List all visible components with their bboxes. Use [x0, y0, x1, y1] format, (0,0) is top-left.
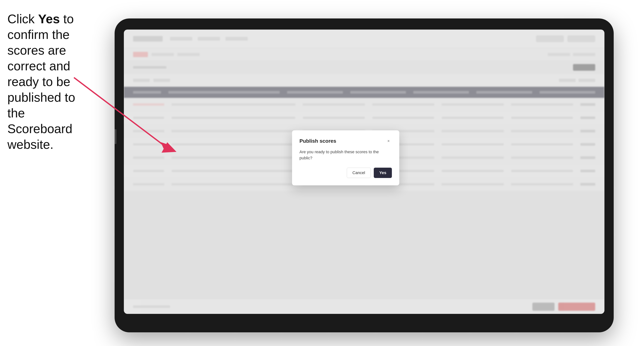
modal-title: Publish scores: [300, 138, 336, 144]
cancel-button[interactable]: Cancel: [347, 168, 371, 178]
instruction-bold: Yes: [38, 12, 60, 26]
modal-body-text: Are you ready to publish these scores to…: [300, 149, 392, 161]
modal-close-button[interactable]: ×: [385, 138, 392, 144]
tablet-screen: Publish scores × Are you ready to publis…: [124, 29, 604, 314]
tablet-side-button: [114, 129, 116, 144]
modal-overlay: Publish scores × Are you ready to publis…: [124, 29, 604, 314]
instruction-suffix: to confirm the scores are correct and re…: [8, 12, 75, 151]
modal-title-row: Publish scores ×: [300, 138, 392, 144]
instruction-text: Click Yes to confirm the scores are corr…: [8, 11, 89, 152]
yes-button[interactable]: Yes: [374, 168, 392, 178]
modal-dialog: Publish scores × Are you ready to publis…: [292, 130, 399, 185]
modal-footer: Cancel Yes: [300, 168, 392, 178]
instruction-prefix: Click: [8, 12, 38, 26]
tablet-device: Publish scores × Are you ready to publis…: [114, 18, 614, 332]
